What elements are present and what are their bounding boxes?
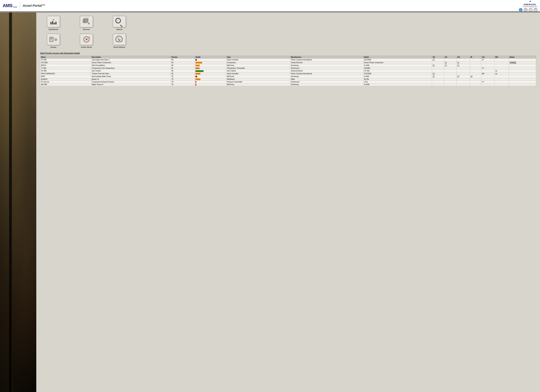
vib-icon[interactable]: Q xyxy=(457,65,459,66)
col-manufacturer: Manufacturer xyxy=(290,56,363,59)
active-alerts-icon: ✕ ⚠ xyxy=(82,36,90,43)
col-cal: Cal xyxy=(481,56,495,59)
cell-us xyxy=(444,78,456,80)
cell-description: 9210 Pump/Motor xyxy=(91,64,171,67)
us-icon[interactable]: Q xyxy=(445,65,447,66)
oil-icon[interactable]: Q xyxy=(433,73,435,75)
oil-icon[interactable]: Q xyxy=(433,59,435,61)
cell-cal xyxy=(481,69,495,72)
cell-type: Compressor xyxy=(226,61,290,64)
cell-manufacturer: Fisher Controls International xyxy=(290,72,363,75)
search-item[interactable]: Search xyxy=(106,16,133,30)
cell-name: PT-210_01 xyxy=(40,81,91,83)
header-right: ✦ EMERSON. Process Management ✓ ✕ + ? xyxy=(519,0,537,12)
cell-cal: 1Y xyxy=(481,59,495,61)
vib-icon[interactable]: Q xyxy=(457,62,459,64)
nav-help-button[interactable]: ? xyxy=(534,8,537,12)
cell-type: Pressure Transmitter xyxy=(226,81,290,83)
cell-type: Gas Turbine xyxy=(226,69,290,72)
cell-oil xyxy=(432,83,444,86)
emerson-brand-text: EMERSON. xyxy=(524,3,536,6)
nav-plus-button[interactable]: + xyxy=(529,8,532,12)
dashboard-item[interactable]: ▦ Dashboard xyxy=(40,16,67,30)
event-history-icon-box[interactable]: • • • • xyxy=(113,34,126,45)
cell-model: DVC5000 xyxy=(363,59,432,61)
active-alerts-icon-box[interactable]: ✕ ⚠ xyxy=(80,34,93,45)
cell-priority: 87 xyxy=(171,67,195,69)
cell-cal xyxy=(481,64,495,67)
table-row[interactable]: FC-600 Feed water Inlet Valve 2 96 Valve… xyxy=(40,59,536,61)
assets-table: Name Description Priority Health Type Ma… xyxy=(40,56,536,86)
table-header-row: Name Description Priority Health Type Ma… xyxy=(40,56,536,59)
cell-ir xyxy=(470,69,481,72)
nav-close-button[interactable]: ✕ xyxy=(524,8,527,12)
cell-vib xyxy=(456,67,470,69)
cell-vib: Q xyxy=(456,64,470,67)
cell-us: Q xyxy=(444,64,456,67)
browse-icon-box[interactable]: 🖥 xyxy=(80,16,93,27)
cell-health xyxy=(195,83,226,86)
cell-priority: 76 xyxy=(171,83,195,86)
cell-name: PW-FLOWVALVE1 xyxy=(40,72,91,75)
search-icon-box[interactable] xyxy=(113,16,126,27)
col-vib: Vib xyxy=(456,56,470,59)
cell-ir xyxy=(470,67,481,69)
cell-wo xyxy=(495,59,509,61)
table-row[interactable]: PT-210_01 Compressor Exhaust Pressure 78… xyxy=(40,81,536,83)
cell-us xyxy=(444,81,456,83)
assets-label: Assets xyxy=(50,46,56,48)
table-row[interactable]: PW-FLOWVALVE1 Turbine Fuel Inlet Valve 8… xyxy=(40,72,536,75)
content-area: ▦ Dashboard xyxy=(36,13,540,392)
cell-status xyxy=(509,72,536,75)
sidebar-overlay xyxy=(0,13,36,392)
cell-wo xyxy=(495,81,509,83)
table-row[interactable]: WP-004 Water Pump #4 76 Mtr/Pump Armstro… xyxy=(40,83,536,86)
cell-oil: Q xyxy=(432,64,444,67)
cell-type: Valve Controller xyxy=(226,72,290,75)
table-row[interactable]: BFP#2 9210 Pump/Motor 89 Mtr/Pump Armstr… xyxy=(40,64,536,67)
browse-label: Browse xyxy=(83,28,90,30)
browse-item[interactable]: 🖥 Browse xyxy=(73,16,100,30)
table-row[interactable]: RWP Recirculating Water Pump 79 Mtr/Pump… xyxy=(40,75,536,78)
vib-icon[interactable]: M xyxy=(457,75,459,78)
oil-icon[interactable]: Q xyxy=(433,65,435,66)
cell-model: DVC5000 xyxy=(363,72,432,75)
nav-check-button[interactable]: ✓ xyxy=(519,8,523,12)
assets-item[interactable]: ⚙ Assets xyxy=(40,34,67,48)
cell-health xyxy=(195,75,226,78)
col-wo: WO xyxy=(495,56,509,59)
table-row[interactable]: GT-500 Gas Turbine 85 Gas Turbine Genera… xyxy=(40,69,536,72)
cell-name: RWP xyxy=(40,75,91,78)
cell-manufacturer: Armstrong xyxy=(290,83,363,86)
cell-description: Gas Turbine xyxy=(91,69,171,72)
col-name: Name xyxy=(40,56,91,59)
cell-vib xyxy=(456,81,470,83)
us-icon[interactable]: Q xyxy=(445,62,447,64)
cell-description: Recirculating Water Pump xyxy=(91,75,171,78)
table-section-title: High Priority Assets with Degraded Healt… xyxy=(40,52,536,55)
cell-name: WP-004 xyxy=(40,83,91,86)
oil-icon[interactable]: Q xyxy=(433,75,435,78)
assets-icon-box[interactable]: ⚙ xyxy=(47,34,60,45)
dashboard-icon-box[interactable]: ▦ xyxy=(47,16,60,27)
cell-wo: na xyxy=(495,69,509,72)
emerson-logo: ✦ EMERSON. Process Management xyxy=(523,0,537,7)
page-title: Asset Portal™ xyxy=(23,4,45,8)
cell-priority: 89 xyxy=(171,64,195,67)
cell-name: BFP#2 xyxy=(40,64,91,67)
col-oil: Oil xyxy=(432,56,444,59)
cell-status xyxy=(509,75,536,78)
cell-ir: M xyxy=(470,75,481,78)
table-row[interactable]: CR-2000 Dense Phase Compressor 95 Compre… xyxy=(40,61,536,64)
event-history-item[interactable]: • • • • Event History xyxy=(106,34,133,48)
table-row[interactable]: BLWR#1 Blower #1 79 Mtr/Blower Willis BL… xyxy=(40,78,536,80)
cell-manufacturer: General Electric xyxy=(290,69,363,72)
cell-health xyxy=(195,61,226,64)
table-row[interactable]: TT-830 Compressor Core Temperature 87 Te… xyxy=(40,67,536,69)
cell-name: TT-830 xyxy=(40,67,91,69)
cell-oil xyxy=(432,69,444,72)
cell-name: CR-2000 xyxy=(40,61,91,64)
ir-icon[interactable]: M xyxy=(470,75,473,78)
active-alerts-item[interactable]: ✕ ⚠ Active Alerts xyxy=(73,34,100,48)
search-label: Search xyxy=(116,28,123,30)
